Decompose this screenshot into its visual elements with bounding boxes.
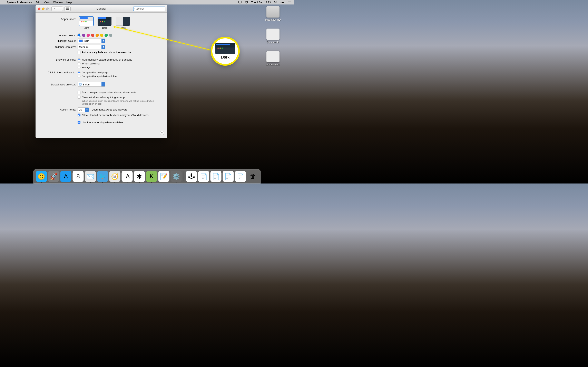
menu-help[interactable]: Help — [66, 1, 72, 4]
svg-rect-15 — [67, 9, 68, 10]
handoff-checkbox[interactable] — [78, 114, 80, 117]
dock-mail[interactable]: ✉️ — [85, 171, 96, 182]
autohide-checkbox[interactable] — [78, 51, 80, 54]
svg-rect-0 — [238, 1, 241, 3]
accent-color-4[interactable] — [95, 34, 99, 37]
back-button[interactable]: ‹ — [52, 7, 57, 11]
dock-joystick[interactable]: 🕹 — [186, 171, 197, 182]
app-menu[interactable]: System Preferences — [7, 1, 32, 4]
safari-icon — [79, 83, 82, 86]
checkbox-label: Ask to keep changes when closing documen… — [82, 91, 136, 94]
svg-rect-16 — [68, 9, 69, 10]
callout-label: Dark — [221, 55, 229, 59]
svg-rect-14 — [66, 9, 67, 10]
menubar-clock[interactable]: Tue 8 Sep 12:23 — [251, 1, 271, 4]
dock-iawriter[interactable]: iA — [122, 171, 133, 182]
display-menu-icon[interactable] — [238, 0, 242, 4]
dock-safari[interactable]: 🧭 — [109, 171, 121, 182]
sidebar-size-select[interactable]: Medium — [78, 45, 105, 49]
dock-slack[interactable]: ✱ — [134, 171, 145, 182]
svg-point-3 — [275, 1, 277, 3]
recent-select[interactable]: 10 — [78, 108, 89, 112]
radio-label: Automatically based on mouse or trackpad — [82, 58, 132, 61]
dock-trash[interactable]: 🗑 — [247, 171, 258, 182]
search-icon — [134, 8, 137, 10]
highlight-label: Highlight colour: — [38, 39, 78, 42]
dock: 🙂🚀A8✉️🐦🧭iA✱K📝⚙️🕹📄📄📄📄🗑 — [34, 169, 261, 184]
accent-color-5[interactable] — [100, 34, 103, 37]
dock-doc1[interactable]: 📄 — [210, 171, 222, 182]
minimize-button[interactable] — [42, 8, 44, 10]
desktop-icon-label: Documents — [267, 41, 279, 44]
hdd-icon — [267, 6, 279, 17]
menu-view[interactable]: View — [44, 1, 50, 4]
accent-color-3[interactable] — [91, 34, 94, 37]
help-button[interactable]: ? — [160, 131, 164, 135]
search-input[interactable] — [137, 7, 164, 10]
recent-label: Recent items: — [38, 108, 78, 111]
preferences-window: ‹ › General Light Dark Auto — [35, 5, 167, 138]
fontsmoothing-checkbox[interactable] — [78, 121, 80, 124]
menu-edit[interactable]: Edit — [35, 1, 40, 4]
clickscroll-label: Click in the scroll bar to: — [38, 71, 78, 74]
highlight-select[interactable]: Blue — [78, 39, 105, 43]
search-field[interactable] — [133, 7, 165, 11]
dock-textedit[interactable]: 📝 — [158, 171, 169, 182]
chevron-updown-icon — [85, 108, 89, 112]
clickscroll-radio-spot[interactable] — [78, 75, 80, 78]
dock-preferences[interactable]: ⚙️ — [171, 171, 182, 182]
accent-color-1[interactable] — [82, 34, 85, 37]
dock-launchpad[interactable]: 🚀 — [48, 171, 59, 182]
appearance-light[interactable]: Light — [79, 17, 94, 29]
svg-rect-11 — [66, 8, 67, 9]
appearance-option-label: Dark — [102, 26, 107, 29]
accent-color-6[interactable] — [104, 34, 108, 37]
timemachine-menu-icon[interactable] — [245, 0, 248, 4]
accent-color-0[interactable] — [78, 34, 81, 37]
select-value: 10 — [79, 108, 82, 111]
recent-suffix: Documents, Apps and Servers — [91, 108, 127, 111]
grid-icon — [66, 8, 69, 10]
desktop-icon-documents[interactable]: Documents — [264, 29, 282, 44]
forward-button[interactable]: › — [57, 7, 63, 11]
folder-icon — [267, 29, 279, 40]
appearance-dark[interactable]: Dark — [98, 17, 112, 29]
siri-icon[interactable]: ••• — [281, 1, 285, 4]
clickscroll-radio-page[interactable] — [78, 71, 80, 74]
notification-center-icon[interactable] — [288, 0, 291, 4]
dock-finder[interactable]: 🙂 — [36, 171, 47, 182]
ask-keep-checkbox[interactable] — [78, 91, 80, 94]
browser-select[interactable]: Safari — [78, 82, 105, 87]
desktop-icon-label: Macintosh HD — [265, 18, 281, 21]
scrollbars-radio-always[interactable] — [78, 66, 80, 69]
window-titlebar[interactable]: ‹ › General — [35, 5, 167, 13]
accent-color-7[interactable] — [109, 34, 112, 37]
scrollbars-radio-scrolling[interactable] — [78, 62, 80, 65]
radio-label: Jump to the next page — [82, 71, 108, 74]
dock-doc2[interactable]: 📄 — [223, 171, 234, 182]
dock-doc3[interactable]: 📄 — [235, 171, 246, 182]
scrollbars-label: Show scroll bars: — [38, 58, 78, 61]
accent-label: Accent colour: — [38, 34, 78, 37]
dock-calendar[interactable]: 8 — [73, 171, 84, 182]
menu-window[interactable]: Window — [53, 1, 63, 4]
close-windows-checkbox[interactable] — [78, 96, 80, 99]
dock-appstore[interactable]: A — [61, 171, 71, 182]
radio-label: Always — [82, 66, 90, 69]
setting-description: When selected, open documents and window… — [82, 100, 156, 105]
dock-tweetbot[interactable]: 🐦 — [97, 171, 108, 182]
close-button[interactable] — [38, 8, 40, 10]
dock-kindle[interactable]: K — [146, 171, 157, 182]
show-all-button[interactable] — [65, 7, 71, 11]
svg-rect-12 — [67, 8, 68, 9]
desktop-icon-screenshots[interactable]: Screenshots — [264, 51, 282, 66]
svg-line-4 — [276, 2, 277, 3]
accent-color-2[interactable] — [86, 34, 90, 37]
window-title: General — [96, 7, 106, 10]
scrollbars-radio-auto[interactable] — [78, 58, 80, 61]
folder-icon — [267, 51, 279, 62]
spotlight-icon[interactable] — [274, 0, 277, 4]
color-swatch-icon — [79, 40, 83, 42]
dock-note[interactable]: 📄 — [198, 171, 209, 182]
desktop-icon-hdd[interactable]: Macintosh HD — [264, 6, 282, 21]
